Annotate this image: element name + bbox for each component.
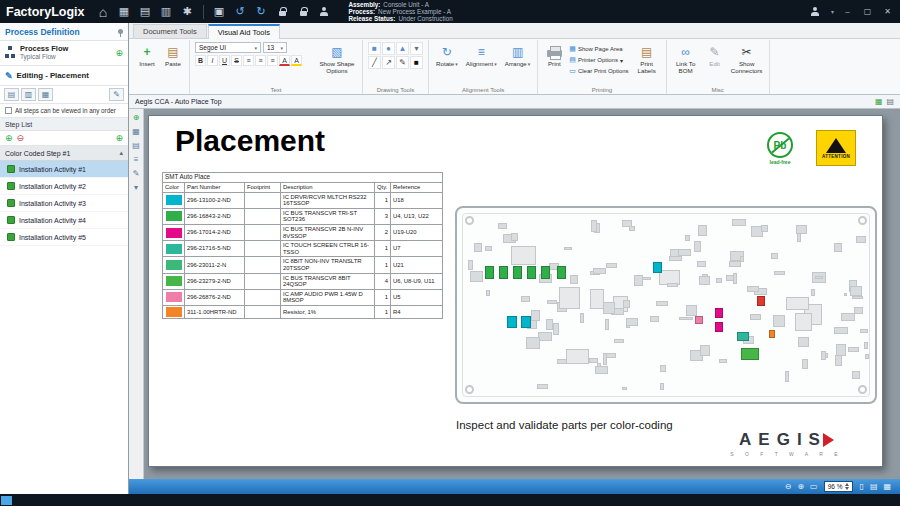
remove-step-icon[interactable]: ⊖ [17,133,25,143]
clear-print-options-button[interactable]: ▭ Clear Print Options [569,66,628,76]
page-layout-icon[interactable]: ▤ [132,141,140,150]
color-coded-step-group-header[interactable]: Color Coded Step #1 ▴ [0,146,128,161]
print-labels-button[interactable]: ▤ Print Labels [633,42,661,76]
home-icon[interactable]: ⌂ [95,3,112,20]
user-menu-caret-icon[interactable]: ▾ [831,8,834,15]
paste-button[interactable]: ▤ Paste [162,42,184,69]
pencil-tool-icon[interactable]: ✎ [396,56,409,69]
show-shape-options-button[interactable]: ▧ Show Shape Options [317,42,357,76]
italic-icon[interactable]: I [207,55,218,66]
grid-view-button[interactable]: ▦ [38,88,53,101]
maximize-button[interactable]: ▢ [861,7,874,16]
pin-icon[interactable] [118,29,123,34]
print-button[interactable]: Print [543,42,565,69]
show-shape-options-label: Show Shape Options [319,60,355,74]
save-icon[interactable]: ▣ [211,3,228,20]
add-group-icon[interactable]: ⊕ [115,133,123,143]
list-tool-icon[interactable]: ≡ [134,155,139,164]
lead-free-caption: lead-free [762,159,798,165]
insert-button[interactable]: + Insert [136,42,158,69]
zoom-level-input[interactable]: 96 % [824,481,854,492]
pcb-component-colored [769,330,775,338]
tab-visual-aid-tools[interactable]: Visual Aid Tools [208,24,280,39]
minimize-button[interactable]: – [841,7,854,16]
fit-page-icon[interactable]: ▯ [859,482,863,491]
board-view-icon[interactable]: ▦ [875,97,883,106]
process-value: New Process Example - A [378,8,451,15]
line-color-icon[interactable]: ■ [410,56,423,69]
highlight-color-icon[interactable]: A [291,55,302,66]
step-order-checkbox[interactable] [5,107,12,114]
printer-options-button[interactable]: ▤ Printer Options ▾ [569,55,628,65]
zoom-out-icon[interactable]: ⊖ [785,482,792,491]
step-list-item[interactable]: Installation Activity #3 [0,195,128,212]
show-page-area-button[interactable]: ▦ Show Page Area [569,44,628,54]
part-number-cell: 296-13100-2-ND [185,192,245,208]
add-flow-icon[interactable]: ⊕ [115,48,123,58]
user-account-icon[interactable] [807,3,824,20]
lock-release-icon[interactable] [295,3,312,20]
more-tools-icon[interactable]: ▾ [134,183,138,192]
activity-icon [7,233,15,241]
step-list-item[interactable]: Installation Activity #4 [0,212,128,229]
zoom-in-icon[interactable]: ⊕ [797,482,804,491]
table-row: 296-21716-5-NDIC TOUCH SCREEN CTRLR 16-T… [163,241,443,257]
copy-icon[interactable]: ▥ [158,3,175,20]
link-icon: ∞ [678,44,694,59]
underline-icon[interactable]: U [219,55,230,66]
add-step-icon[interactable]: ⊕ [5,133,13,143]
settings-gear-icon[interactable]: ✱ [179,3,196,20]
shape-dropdown-icon[interactable]: ▾ [410,42,423,55]
new-step-button[interactable]: ▤ [4,88,19,101]
close-button[interactable]: ✕ [881,7,894,16]
board-layers-icon[interactable]: ▦ [132,127,140,136]
bold-icon[interactable]: B [195,55,206,66]
part-number-cell: 296-23279-2-ND [185,273,245,289]
one-page-icon[interactable]: ▤ [870,482,878,491]
font-name-select[interactable]: Segoe UI ▾ [195,42,261,53]
column-header: Part Number [185,183,245,193]
align-left-icon[interactable]: ≡ [243,55,254,66]
triangle-tool-icon[interactable]: ▲ [396,42,409,55]
lead-free-slash [769,135,793,155]
zoom-spinner[interactable] [845,483,849,490]
add-annotation-icon[interactable]: ⊕ [133,113,140,122]
pcb-component [511,233,518,241]
draw-tool-icon[interactable]: ✎ [133,169,140,178]
lock-icon[interactable] [274,3,291,20]
step-list-item[interactable]: Installation Activity #5 [0,229,128,246]
document-tab-title[interactable]: Aegis CCA - Auto Place Top [135,98,222,105]
font-color-icon[interactable]: A [279,55,290,66]
arrow-tool-icon[interactable]: ↗ [382,56,395,69]
step-list-item[interactable]: Installation Activity #2 [0,178,128,195]
ellipse-tool-icon[interactable]: ● [382,42,395,55]
line-tool-icon[interactable]: ╱ [368,56,381,69]
lock-glyph [279,11,286,16]
collapse-icon[interactable]: ▴ [119,149,123,157]
strikethrough-icon[interactable]: S [231,55,242,66]
documents-icon[interactable]: ▤ [137,3,154,20]
multi-page-icon[interactable]: ▦ [883,482,891,491]
tab-document-tools[interactable]: Document Tools [133,24,207,38]
modules-icon[interactable]: ▦ [116,3,133,20]
edit-button[interactable]: ✎ Edit [704,42,726,69]
step-list-item[interactable]: Installation Activity #1 [0,161,128,178]
redo-icon[interactable]: ↻ [253,3,270,20]
undo-icon[interactable]: ↺ [232,3,249,20]
arrange-button[interactable]: ▥ Arrange▾ [503,42,533,69]
rectangle-tool-icon[interactable]: ■ [368,42,381,55]
qty-cell: 1 [375,305,391,318]
alignment-button[interactable]: ≡ Alignment▾ [464,42,499,69]
rotate-button[interactable]: ↻ Rotate▾ [434,42,460,69]
edit-step-button[interactable]: ✎ [109,88,124,101]
page-view-icon[interactable]: ▤ [886,97,894,106]
fit-width-icon[interactable]: ▭ [810,482,818,491]
align-center-icon[interactable]: ≡ [255,55,266,66]
copy-step-button[interactable]: ▥ [21,88,36,101]
process-tree-icon[interactable] [316,3,333,20]
show-connectors-button[interactable]: ✂ Show Connectors [730,42,764,76]
process-flow-row[interactable]: Process Flow Typical Flow ⊕ [0,41,128,66]
align-right-icon[interactable]: ≡ [267,55,278,66]
font-size-select[interactable]: 13 ▾ [263,42,287,53]
link-to-bom-button[interactable]: ∞ Link To BOM [672,42,700,76]
